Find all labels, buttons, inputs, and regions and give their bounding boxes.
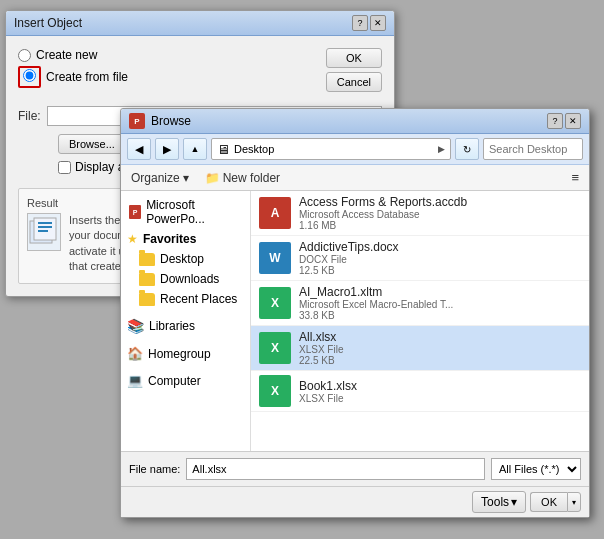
- browse-close-button[interactable]: ✕: [565, 113, 581, 129]
- titlebar-buttons: ? ✕: [352, 15, 386, 31]
- browse-title: Browse: [151, 114, 191, 128]
- file-list-item[interactable]: X AI_Macro1.xltm Microsoft Excel Macro-E…: [251, 281, 589, 326]
- computer-icon: 💻: [127, 373, 143, 388]
- svg-rect-3: [38, 226, 52, 228]
- tools-chevron-icon: ▾: [511, 495, 517, 509]
- file-icon-xlsx: X: [259, 332, 291, 364]
- create-from-file-selected: [18, 66, 41, 88]
- sidebar-item-desktop[interactable]: Desktop: [121, 249, 250, 269]
- sidebar-item-libraries[interactable]: 📚 Libraries: [121, 315, 250, 337]
- file-label: File:: [18, 109, 41, 123]
- bottom-actions: Tools ▾ OK ▾: [121, 486, 589, 517]
- browse-titlebar-buttons: ? ✕: [547, 113, 581, 129]
- close-button[interactable]: ✕: [370, 15, 386, 31]
- browse-button[interactable]: Browse...: [58, 134, 126, 154]
- sidebar-item-recent-places[interactable]: Recent Places: [121, 289, 250, 309]
- ppt-small-icon: P: [129, 205, 141, 219]
- organize-button[interactable]: Organize ▾: [127, 169, 193, 187]
- tools-button[interactable]: Tools ▾: [472, 491, 526, 513]
- file-info: Access Forms & Reports.accdb Microsoft A…: [299, 195, 467, 231]
- file-name: AI_Macro1.xltm: [299, 285, 453, 299]
- file-type: DOCX File: [299, 254, 399, 265]
- result-icon: [27, 213, 61, 251]
- forward-button[interactable]: ▶: [155, 138, 179, 160]
- left-panel: P Microsoft PowerPo... ★ Favorites Deskt…: [121, 191, 251, 451]
- file-name: AddictiveTips.docx: [299, 240, 399, 254]
- file-size: 1.16 MB: [299, 220, 467, 231]
- sidebar-item-ppt[interactable]: P Microsoft PowerPo...: [121, 195, 250, 229]
- help-button[interactable]: ?: [352, 15, 368, 31]
- browse-ok-arrow[interactable]: ▾: [567, 492, 581, 512]
- file-type: XLSX File: [299, 393, 357, 404]
- svg-rect-2: [38, 222, 52, 224]
- view-icon: ≡: [571, 170, 579, 185]
- file-name: Access Forms & Reports.accdb: [299, 195, 467, 209]
- sidebar-item-favorites-label: ★ Favorites: [121, 229, 250, 249]
- insert-dialog-title: Insert Object: [14, 16, 82, 30]
- browse-titlebar: P Browse ? ✕: [121, 109, 589, 134]
- insert-dialog-titlebar: Insert Object ? ✕: [6, 11, 394, 36]
- browse-content: P Microsoft PowerPo... ★ Favorites Deskt…: [121, 191, 589, 451]
- sidebar-item-downloads[interactable]: Downloads: [121, 269, 250, 289]
- star-icon: ★: [127, 232, 138, 246]
- homegroup-icon: 🏠: [127, 346, 143, 361]
- file-icon-access: A: [259, 197, 291, 229]
- file-list-item[interactable]: X All.xlsx XLSX File 22.5 KB: [251, 326, 589, 371]
- folder-icon-desktop: [139, 253, 155, 266]
- file-list-item[interactable]: W AddictiveTips.docx DOCX File 12.5 KB: [251, 236, 589, 281]
- create-from-file-label: Create from file: [46, 70, 128, 84]
- file-size: 12.5 KB: [299, 265, 399, 276]
- address-bar[interactable]: 🖥 Desktop ▶: [211, 138, 451, 160]
- file-type: XLSX File: [299, 344, 343, 355]
- file-list-item[interactable]: X Book1.xlsx XLSX File: [251, 371, 589, 412]
- search-input[interactable]: [483, 138, 583, 160]
- sidebar-item-computer[interactable]: 💻 Computer: [121, 370, 250, 391]
- action-bar: Organize ▾ 📁 New folder ≡: [121, 165, 589, 191]
- view-button[interactable]: ≡: [567, 168, 583, 187]
- address-arrow: ▶: [438, 144, 445, 154]
- sidebar-item-homegroup[interactable]: 🏠 Homegroup: [121, 343, 250, 364]
- insert-ok-button[interactable]: OK: [326, 48, 382, 68]
- file-icon-xlsx: X: [259, 287, 291, 319]
- folder-icon-recent: [139, 293, 155, 306]
- file-size: 22.5 KB: [299, 355, 343, 366]
- filename-input[interactable]: [186, 458, 485, 480]
- new-folder-icon: 📁: [205, 171, 220, 185]
- insert-cancel-button[interactable]: Cancel: [326, 72, 382, 92]
- back-button[interactable]: ◀: [127, 138, 151, 160]
- file-list: A Access Forms & Reports.accdb Microsoft…: [251, 191, 589, 412]
- up-button[interactable]: ▲: [183, 138, 207, 160]
- refresh-button[interactable]: ↻: [455, 138, 479, 160]
- file-size: 33.8 KB: [299, 310, 453, 321]
- svg-rect-1: [34, 218, 56, 240]
- browse-toolbar: ◀ ▶ ▲ 🖥 Desktop ▶ ↻: [121, 134, 589, 165]
- file-list-item[interactable]: A Access Forms & Reports.accdb Microsoft…: [251, 191, 589, 236]
- filetype-select[interactable]: All Files (*.*): [491, 458, 581, 480]
- file-info: AI_Macro1.xltm Microsoft Excel Macro-Ena…: [299, 285, 453, 321]
- file-info: AddictiveTips.docx DOCX File 12.5 KB: [299, 240, 399, 276]
- create-from-file-radio[interactable]: [23, 69, 36, 82]
- bottom-bar: File name: All Files (*.*): [121, 451, 589, 486]
- browse-dialog: P Browse ? ✕ ◀ ▶ ▲ 🖥 Desktop ▶ ↻ Organiz…: [120, 108, 590, 518]
- file-icon-xlsx: X: [259, 375, 291, 407]
- svg-rect-4: [38, 230, 48, 232]
- ppt-titlebar-icon: P: [129, 113, 145, 129]
- browse-help-button[interactable]: ?: [547, 113, 563, 129]
- new-folder-button[interactable]: 📁 New folder: [201, 169, 284, 187]
- libraries-icon: 📚: [127, 318, 144, 334]
- create-new-radio[interactable]: [18, 49, 31, 62]
- file-type: Microsoft Access Database: [299, 209, 467, 220]
- folder-icon-downloads: [139, 273, 155, 286]
- display-as-icon-checkbox[interactable]: [58, 161, 71, 174]
- filename-label: File name:: [129, 463, 180, 475]
- browse-ok-button[interactable]: OK: [530, 492, 567, 512]
- file-type: Microsoft Excel Macro-Enabled T...: [299, 299, 453, 310]
- right-panel: A Access Forms & Reports.accdb Microsoft…: [251, 191, 589, 451]
- create-new-label: Create new: [36, 48, 97, 62]
- file-name: Book1.xlsx: [299, 379, 357, 393]
- file-icon-docx: W: [259, 242, 291, 274]
- browse-ok-split: OK ▾: [530, 492, 581, 512]
- organize-chevron-icon: ▾: [183, 171, 189, 185]
- file-info: All.xlsx XLSX File 22.5 KB: [299, 330, 343, 366]
- browse-title-left: P Browse: [129, 113, 191, 129]
